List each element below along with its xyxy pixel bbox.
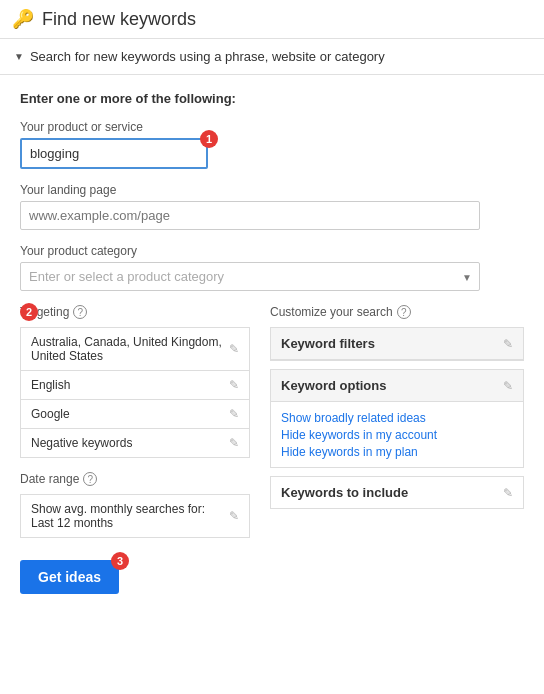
- hide-keywords-plan-link[interactable]: Hide keywords in my plan: [281, 445, 513, 459]
- keyword-options-box: Keyword options ✎ Show broadly related i…: [270, 369, 524, 468]
- targeting-network-edit-icon[interactable]: ✎: [229, 407, 239, 421]
- date-range-box[interactable]: Show avg. monthly searches for: Last 12 …: [20, 494, 250, 538]
- date-range-section: Date range ? Show avg. monthly searches …: [20, 472, 250, 538]
- customize-title: Customize your search: [270, 305, 393, 319]
- keyword-options-body: Show broadly related ideas Hide keywords…: [271, 402, 523, 467]
- date-range-value: Show avg. monthly searches for: Last 12 …: [31, 502, 229, 530]
- targeting-language-label: English: [31, 378, 70, 392]
- collapsible-section: ▼ Search for new keywords using a phrase…: [0, 39, 544, 75]
- category-select[interactable]: Enter or select a product category: [20, 262, 480, 291]
- landing-page-label: Your landing page: [20, 183, 524, 197]
- targeting-language-edit-icon[interactable]: ✎: [229, 378, 239, 392]
- step2-badge: 2: [20, 303, 38, 321]
- customize-column: Customize your search ? Keyword filters …: [270, 305, 524, 538]
- page-title: Find new keywords: [42, 9, 196, 30]
- keyword-options-header[interactable]: Keyword options ✎: [271, 370, 523, 402]
- product-field-group: Your product or service 1: [20, 120, 524, 169]
- show-broadly-related-link[interactable]: Show broadly related ideas: [281, 411, 513, 425]
- targeting-negative-label: Negative keywords: [31, 436, 132, 450]
- keywords-include-edit-icon[interactable]: ✎: [503, 486, 513, 500]
- targeting-countries-label: Australia, Canada, United Kingdom, Unite…: [31, 335, 229, 363]
- triangle-down-icon: ▼: [14, 51, 24, 62]
- two-column-layout: 2 Targeting ? Australia, Canada, United …: [20, 305, 524, 538]
- targeting-column: 2 Targeting ? Australia, Canada, United …: [20, 305, 250, 538]
- collapsible-label: Search for new keywords using a phrase, …: [30, 49, 385, 64]
- keyword-filters-title: Keyword filters: [281, 336, 375, 351]
- get-ideas-wrap: Get ideas 3: [20, 560, 119, 594]
- main-content: Enter one or more of the following: Your…: [0, 75, 544, 610]
- keyword-filters-edit-icon[interactable]: ✎: [503, 337, 513, 351]
- get-ideas-button[interactable]: Get ideas: [20, 560, 119, 594]
- collapsible-toggle[interactable]: ▼ Search for new keywords using a phrase…: [14, 49, 530, 64]
- targeting-list: Australia, Canada, United Kingdom, Unite…: [20, 327, 250, 458]
- date-range-header: Date range ?: [20, 472, 250, 486]
- step1-badge: 1: [200, 130, 218, 148]
- customize-help-icon[interactable]: ?: [397, 305, 411, 319]
- step3-badge: 3: [111, 552, 129, 570]
- keyword-options-title: Keyword options: [281, 378, 386, 393]
- landing-page-field-group: Your landing page: [20, 183, 524, 230]
- targeting-network-label: Google: [31, 407, 70, 421]
- keywords-include-header[interactable]: Keywords to include ✎: [271, 477, 523, 508]
- landing-page-input[interactable]: [20, 201, 480, 230]
- targeting-header-row: 2 Targeting ?: [20, 305, 250, 319]
- keyword-filters-box: Keyword filters ✎: [270, 327, 524, 361]
- hide-keywords-account-link[interactable]: Hide keywords in my account: [281, 428, 513, 442]
- targeting-countries-edit-icon[interactable]: ✎: [229, 342, 239, 356]
- page-header: 🔑 Find new keywords: [0, 0, 544, 39]
- targeting-help-icon[interactable]: ?: [73, 305, 87, 319]
- keyword-icon: 🔑: [12, 8, 34, 30]
- category-select-wrapper: Enter or select a product category (func…: [20, 262, 480, 291]
- keywords-include-title: Keywords to include: [281, 485, 408, 500]
- targeting-item-countries[interactable]: Australia, Canada, United Kingdom, Unite…: [20, 327, 250, 370]
- product-label: Your product or service: [20, 120, 524, 134]
- targeting-item-network[interactable]: Google ✎: [20, 399, 250, 428]
- keyword-options-edit-icon[interactable]: ✎: [503, 379, 513, 393]
- customize-header-row: Customize your search ?: [270, 305, 524, 319]
- form-intro: Enter one or more of the following:: [20, 91, 524, 106]
- date-range-title-text: Date range: [20, 472, 79, 486]
- product-input[interactable]: [20, 138, 208, 169]
- targeting-item-language[interactable]: English ✎: [20, 370, 250, 399]
- date-range-edit-icon[interactable]: ✎: [229, 509, 239, 523]
- targeting-negative-edit-icon[interactable]: ✎: [229, 436, 239, 450]
- keyword-filters-header[interactable]: Keyword filters ✎: [271, 328, 523, 360]
- keywords-include-box: Keywords to include ✎: [270, 476, 524, 509]
- category-label: Your product category: [20, 244, 524, 258]
- targeting-item-negative-keywords[interactable]: Negative keywords ✎: [20, 428, 250, 458]
- category-field-group: Your product category Enter or select a …: [20, 244, 524, 291]
- date-range-help-icon[interactable]: ?: [83, 472, 97, 486]
